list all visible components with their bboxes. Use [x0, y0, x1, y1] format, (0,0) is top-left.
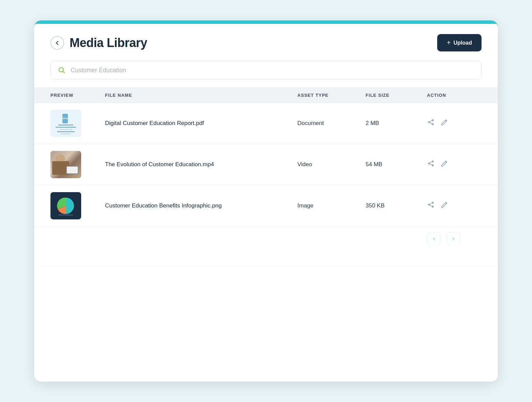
- share-icon-2[interactable]: [427, 160, 434, 169]
- asset-type-2: Video: [297, 161, 366, 168]
- asset-type-3: Image: [297, 202, 366, 209]
- video-thumbnail: [50, 151, 81, 178]
- file-size-1: 2 MB: [366, 120, 427, 127]
- table-header: PREVIEW FILE NAME ASSET TYPE FILE SIZE A…: [34, 88, 498, 103]
- table-body: 34% Digital Customer Education Report.pd…: [34, 103, 498, 266]
- preview-cell-3: [50, 192, 105, 219]
- table-row: The Evolution of Customer Education.mp4 …: [34, 144, 498, 185]
- header-left: Media Library: [50, 36, 147, 50]
- edit-icon-2[interactable]: [441, 160, 448, 169]
- table-row: Customer Education Benefits Infographic.…: [34, 185, 498, 227]
- back-arrow-icon: [54, 40, 60, 46]
- pdf-thumbnail: 34%: [50, 110, 81, 137]
- upload-plus-icon: +: [447, 39, 451, 47]
- search-input[interactable]: [71, 67, 474, 74]
- asset-type-1: Document: [297, 120, 366, 127]
- back-button[interactable]: [50, 36, 64, 50]
- image-thumbnail: [50, 192, 81, 219]
- col-header-filename: FILE NAME: [105, 93, 297, 98]
- table-row: [34, 227, 498, 266]
- search-icon: [58, 66, 66, 74]
- edit-icon-1[interactable]: [441, 119, 448, 128]
- edit-icon-3[interactable]: [441, 201, 448, 211]
- col-header-action: ACTION: [427, 93, 482, 98]
- pagination-next[interactable]: [447, 232, 460, 246]
- table-row: 34% Digital Customer Education Report.pd…: [34, 103, 498, 144]
- search-section: [34, 61, 498, 88]
- upload-button[interactable]: + Upload: [437, 34, 482, 51]
- action-cell-4: [427, 232, 482, 246]
- preview-cell-2: [50, 151, 105, 178]
- header: Media Library + Upload: [34, 22, 498, 61]
- page-title: Media Library: [70, 36, 147, 50]
- col-header-preview: PREVIEW: [50, 93, 105, 98]
- action-cell-3: [427, 201, 482, 211]
- file-name-3: Customer Education Benefits Infographic.…: [105, 201, 297, 210]
- teal-border: [34, 22, 498, 24]
- pie-chart-icon: [56, 196, 75, 215]
- col-header-filesize: FILE SIZE: [366, 93, 427, 98]
- preview-cell-1: 34%: [50, 110, 105, 137]
- search-bar: [50, 61, 482, 79]
- file-size-3: 350 KB: [366, 202, 427, 209]
- share-icon-1[interactable]: [427, 119, 434, 128]
- svg-rect-1: [58, 215, 73, 215]
- col-header-assettype: ASSET TYPE: [297, 93, 366, 98]
- pagination-prev[interactable]: [427, 232, 441, 246]
- share-icon-3[interactable]: [427, 201, 434, 211]
- action-cell-1: [427, 119, 482, 128]
- file-name-2: The Evolution of Customer Education.mp4: [105, 160, 297, 169]
- action-cell-2: [427, 160, 482, 169]
- app-container: Media Library + Upload PREVIEW FILE NAME…: [34, 20, 498, 382]
- file-name-1: Digital Customer Education Report.pdf: [105, 119, 297, 128]
- file-size-2: 54 MB: [366, 161, 427, 168]
- upload-label: Upload: [454, 40, 472, 46]
